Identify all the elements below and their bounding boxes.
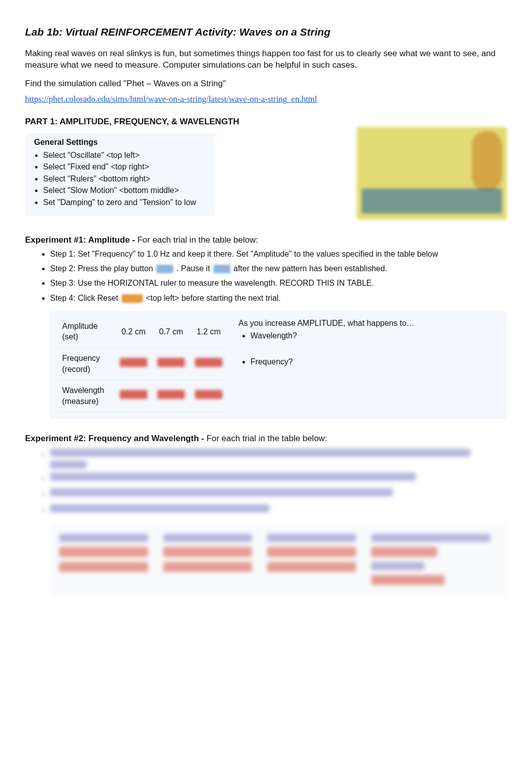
hidden-answer — [157, 390, 185, 399]
answer-cell — [152, 347, 190, 379]
exp1-step3: Step 3: Use the HORIZONTAL ruler to meas… — [50, 277, 507, 289]
hidden-answer — [195, 358, 222, 367]
exp1-data-table: Amplitude (set) 0.2 cm 0.7 cm 1.2 cm Fre… — [57, 316, 227, 413]
hidden-answer — [195, 390, 222, 399]
exp2-blurred-steps — [25, 449, 507, 516]
general-settings-box: General Settings Select "Oscillate" <top… — [25, 133, 215, 216]
play-icon — [156, 265, 173, 273]
part1-heading: PART 1: AMPLITUDE, FREQUENCY, & WAVELENG… — [25, 116, 507, 128]
intro-paragraph: Making real waves on real slinkys is fun… — [25, 48, 507, 71]
table-row: Frequency (record) — [57, 347, 227, 379]
answer-cell — [190, 380, 227, 412]
col-header: 1.2 cm — [190, 316, 227, 348]
table-row: Amplitude (set) 0.2 cm 0.7 cm 1.2 cm — [57, 316, 227, 348]
question-item: Frequency? — [250, 356, 500, 367]
exp1-table-wrap: Amplitude (set) 0.2 cm 0.7 cm 1.2 cm Fre… — [50, 311, 507, 420]
col-header: 0.7 cm — [152, 316, 190, 348]
answer-cell — [115, 347, 152, 379]
exp1-steps: Step 1: Set "Frequency" to 1.0 Hz and ke… — [50, 248, 507, 304]
exp1-step2: Step 2: Press the play button . Pause it… — [50, 263, 507, 274]
exp2-blurred-table — [50, 524, 507, 596]
answer-cell — [190, 347, 227, 379]
find-sim-line: Find the simulation called "Phet – Waves… — [25, 78, 507, 90]
exp1-step2-part-c: after the new pattern has been establish… — [233, 264, 387, 273]
setting-item: Select "Rulers" <bottom right> — [43, 173, 206, 184]
question-item: Wavelength? — [250, 330, 500, 341]
exp1-heading-rest: For each trial in the table below: — [137, 235, 258, 245]
exp1-questions: As you increase AMPLITUDE, what happens … — [235, 316, 500, 413]
exp2-heading-bold: Experiment #2: Frequency and Wavelength … — [25, 434, 206, 443]
simulation-screenshot — [357, 127, 507, 220]
setting-item: Select "Fixed end" <top right> — [43, 161, 206, 172]
answer-cell — [115, 380, 152, 412]
exp1-step2-part-a: Step 2: Press the play button — [50, 264, 153, 273]
pause-icon — [213, 265, 230, 273]
row-label: Wavelength (measure) — [57, 380, 115, 412]
exp1-heading: Experiment #1: Amplitude - For each tria… — [25, 235, 507, 246]
questions-lead: As you increase AMPLITUDE, what happens … — [238, 319, 414, 327]
setting-item: Select "Slow Motion" <bottom middle> — [43, 185, 206, 196]
exp2-heading: Experiment #2: Frequency and Wavelength … — [25, 433, 507, 445]
hidden-answer — [120, 358, 147, 367]
table-row: Wavelength (measure) — [57, 380, 227, 412]
exp1-step4-part-a: Step 4: Click Reset — [50, 294, 118, 302]
setting-item: Select "Oscillate" <top left> — [43, 150, 206, 161]
hidden-answer — [120, 390, 147, 399]
lab-title: Lab 1b: Virtual REINFORCEMENT Activity: … — [25, 25, 507, 39]
exp1-step2-part-b: . Pause it — [176, 264, 210, 273]
exp2-heading-rest: For each trial in the table below: — [206, 434, 327, 443]
reset-icon — [122, 294, 143, 303]
row-label: Frequency (record) — [57, 347, 115, 379]
sim-link[interactable]: https://phet.colorado.edu/sims/html/wave… — [25, 94, 317, 104]
exp1-heading-bold: Experiment #1: Amplitude - — [25, 235, 137, 245]
row-label: Amplitude (set) — [57, 316, 115, 348]
exp1-step1: Step 1: Set "Frequency" to 1.0 Hz and ke… — [50, 248, 507, 260]
exp1-step4-part-b: <top left> before starting the next tria… — [146, 294, 281, 302]
general-settings-list: Select "Oscillate" <top left> Select "Fi… — [43, 150, 206, 208]
setting-item: Set "Damping" to zero and "Tension" to l… — [43, 197, 206, 208]
general-settings-heading: General Settings — [34, 137, 206, 148]
hidden-answer — [157, 358, 185, 367]
exp1-step4: Step 4: Click Reset <top left> before st… — [50, 292, 507, 304]
col-header: 0.2 cm — [115, 316, 152, 348]
answer-cell — [152, 380, 190, 412]
